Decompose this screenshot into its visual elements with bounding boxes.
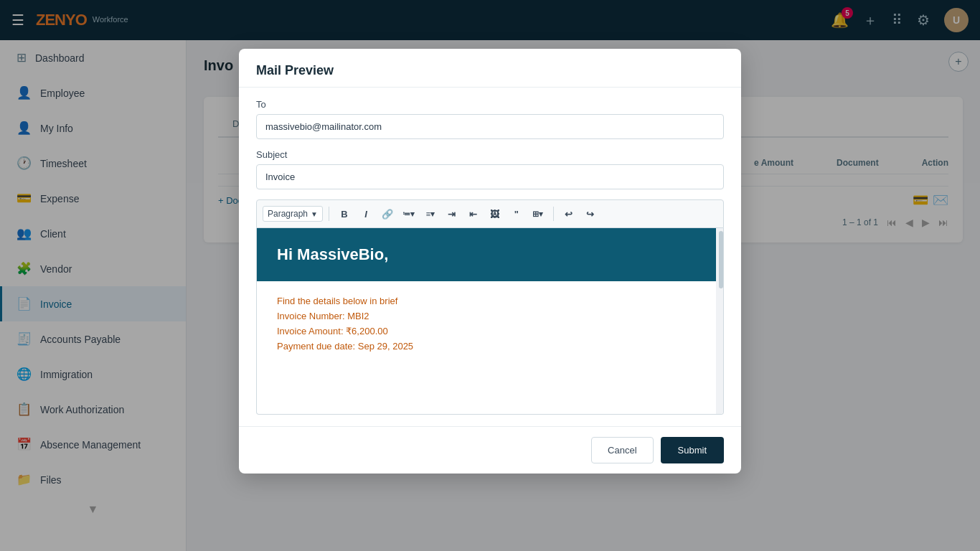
subject-input[interactable]: [256, 164, 724, 189]
to-field-group: To: [256, 99, 724, 149]
undo-button[interactable]: ↩: [560, 204, 578, 223]
redo-button[interactable]: ↪: [581, 204, 600, 223]
to-label: To: [256, 99, 724, 110]
indent-button[interactable]: ⇥: [443, 204, 461, 223]
to-input[interactable]: [256, 114, 724, 139]
submit-button[interactable]: Submit: [661, 437, 724, 463]
ordered-list-button[interactable]: ≡▾: [421, 204, 440, 223]
paragraph-label: Paragraph: [268, 209, 308, 219]
rte-scrollbar: [716, 228, 723, 414]
email-body: Find the details below in brief Invoice …: [257, 281, 723, 370]
dropdown-icon: ▼: [311, 210, 318, 218]
modal-title: Mail Preview: [256, 63, 724, 78]
email-greeting: Hi MassiveBio,: [277, 245, 703, 264]
rte-content-area[interactable]: Hi MassiveBio, Find the details below in…: [256, 228, 724, 415]
paragraph-select[interactable]: Paragraph ▼: [263, 206, 323, 222]
rte-toolbar: Paragraph ▼ B I 🔗 ≔▾ ≡▾ ⇥ ⇤ 🖼 " ⊞▾ ↩ ↪: [256, 199, 724, 228]
table-button[interactable]: ⊞▾: [529, 204, 547, 223]
email-line-3: Invoice Amount: ₹6,200.00: [277, 326, 703, 336]
email-header-band: Hi MassiveBio,: [257, 228, 723, 281]
bold-button[interactable]: B: [335, 204, 354, 223]
cancel-button[interactable]: Cancel: [591, 437, 653, 463]
email-line-1: Find the details below in brief: [277, 296, 703, 306]
rte-scrollbar-thumb: [719, 231, 723, 288]
rte-container: Paragraph ▼ B I 🔗 ≔▾ ≡▾ ⇥ ⇤ 🖼 " ⊞▾ ↩ ↪: [256, 199, 724, 415]
email-line-2: Invoice Number: MBI2: [277, 311, 703, 321]
image-button[interactable]: 🖼: [486, 204, 504, 223]
mail-preview-modal: Mail Preview To Subject Paragraph ▼ B I …: [239, 49, 741, 474]
subject-label: Subject: [256, 149, 724, 160]
email-line-4: Payment due date: Sep 29, 2025: [277, 341, 703, 352]
link-button[interactable]: 🔗: [378, 204, 397, 223]
modal-body: To Subject Paragraph ▼ B I 🔗 ≔▾ ≡▾ ⇥ ⇤: [239, 88, 741, 426]
unordered-list-button[interactable]: ≔▾: [400, 204, 418, 223]
toolbar-divider-1: [329, 207, 329, 221]
outdent-button[interactable]: ⇤: [464, 204, 483, 223]
modal-header: Mail Preview: [239, 49, 741, 88]
quote-button[interactable]: ": [507, 204, 526, 223]
modal-footer: Cancel Submit: [239, 426, 741, 474]
subject-field-group: Subject: [256, 149, 724, 199]
toolbar-divider-2: [553, 207, 554, 221]
italic-button[interactable]: I: [357, 204, 375, 223]
